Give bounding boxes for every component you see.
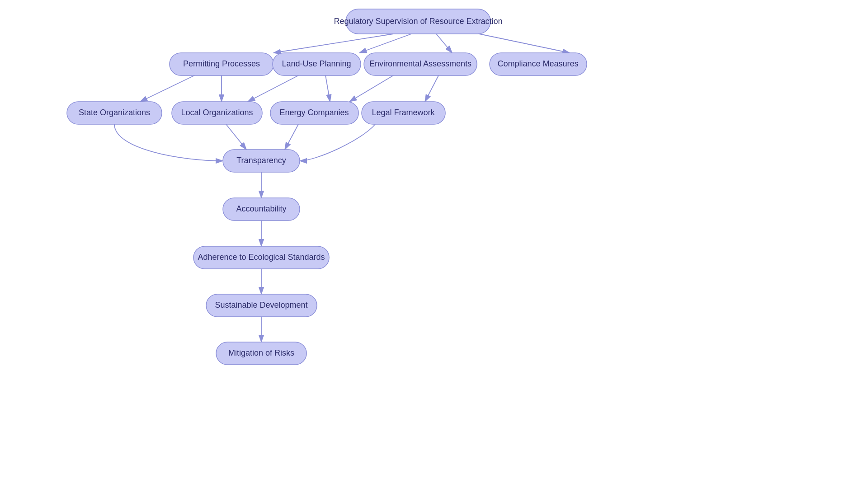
node-ecological-label: Adherence to Ecological Standards xyxy=(198,253,325,262)
node-permitting-label: Permitting Processes xyxy=(183,59,260,68)
arrow-root-landuse xyxy=(359,34,411,53)
arrow-legal-transparency xyxy=(300,124,375,161)
node-landuse-label: Land-Use Planning xyxy=(282,59,351,68)
node-root-label: Regulatory Supervision of Resource Extra… xyxy=(334,17,502,26)
diagram-svg: Regulatory Supervision of Resource Extra… xyxy=(0,0,868,488)
arrow-permitting-state xyxy=(140,75,194,102)
node-mitigation-label: Mitigation of Risks xyxy=(228,348,294,357)
node-transparency-label: Transparency xyxy=(236,156,286,165)
node-compliance-label: Compliance Measures xyxy=(497,59,578,68)
arrow-energy-transparency xyxy=(285,124,298,150)
node-sustainable-label: Sustainable Development xyxy=(215,300,307,310)
arrow-env-energy xyxy=(349,75,393,102)
node-legal-label: Legal Framework xyxy=(372,108,435,117)
arrow-root-permitting xyxy=(274,34,393,53)
node-state-label: State Organizations xyxy=(79,108,150,117)
arrow-env-legal xyxy=(425,75,439,102)
node-environmental-label: Environmental Assessments xyxy=(369,59,472,68)
node-energy-label: Energy Companies xyxy=(279,108,349,117)
node-local-label: Local Organizations xyxy=(181,108,253,117)
arrow-root-environmental xyxy=(436,34,452,53)
arrow-state-transparency xyxy=(114,124,223,161)
arrow-local-transparency xyxy=(226,124,246,150)
node-accountability-label: Accountability xyxy=(236,204,286,213)
arrow-landuse-local xyxy=(248,75,298,102)
arrow-root-compliance xyxy=(479,34,570,53)
arrow-landuse-energy xyxy=(326,75,330,102)
